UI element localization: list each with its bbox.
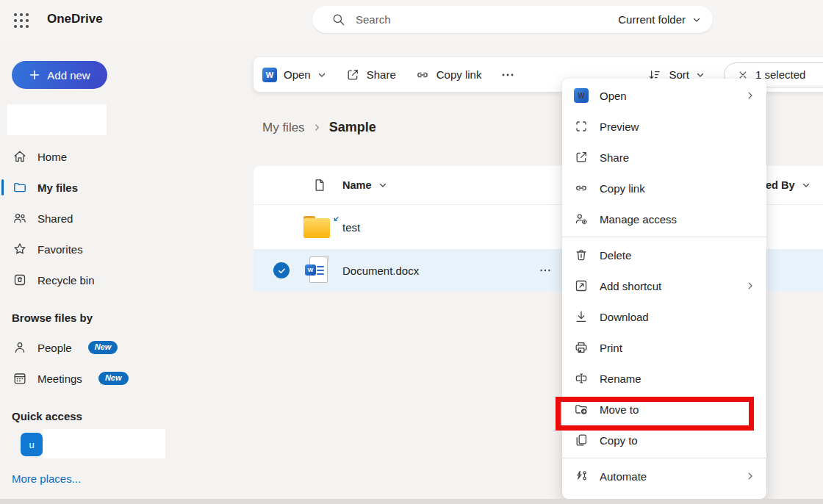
people-icon — [12, 211, 27, 226]
menu-item-label: Download — [600, 311, 649, 323]
share-label: Share — [367, 68, 396, 81]
word-icon: W — [574, 88, 589, 103]
sidebar-item-label: My files — [37, 181, 78, 194]
menu-item-label: Copy to — [600, 434, 638, 447]
file-name: test — [342, 221, 360, 234]
sidebar-item-people[interactable]: People New — [0, 332, 242, 363]
add-new-button[interactable]: Add new — [12, 61, 107, 89]
sidebar-item-my-files[interactable]: My files — [0, 172, 242, 203]
context-menu: W Open Preview Share Copy link — [562, 79, 766, 499]
copy-to-icon — [574, 433, 589, 447]
ellipsis-icon — [500, 68, 515, 82]
search-scope-dropdown[interactable]: Current folder — [618, 13, 701, 26]
chevron-right-icon — [746, 472, 755, 480]
column-partial-label: ed By — [766, 179, 795, 191]
browse-by-list: People New Meetings New — [0, 332, 242, 394]
menu-item-delete[interactable]: Delete — [562, 240, 766, 270]
calendar-icon — [12, 371, 27, 386]
open-button[interactable]: W Open — [262, 68, 326, 82]
quick-access-site-tile[interactable]: u — [21, 433, 43, 456]
breadcrumb-current: Sample — [329, 120, 376, 135]
chevron-right-icon — [746, 91, 755, 100]
chevron-down-icon — [378, 181, 387, 190]
star-icon — [12, 242, 27, 256]
folder-icon — [12, 180, 27, 195]
menu-item-label: Rename — [600, 372, 641, 385]
copy-link-button[interactable]: Copy link — [415, 68, 482, 82]
rename-icon — [574, 371, 589, 386]
onedrive-window: OneDrive Search Current folder Add new H… — [0, 0, 823, 504]
file-name: Document.docx — [342, 264, 419, 277]
home-icon — [12, 149, 27, 164]
menu-item-label: Print — [600, 342, 622, 354]
breadcrumb-parent[interactable]: My files — [262, 120, 305, 135]
recycle-bin-icon — [12, 273, 27, 287]
menu-item-label: Share — [600, 151, 629, 164]
search-placeholder: Search — [356, 13, 391, 26]
chevron-right-icon — [746, 281, 755, 290]
word-document-icon: W — [306, 256, 328, 284]
menu-item-preview[interactable]: Preview — [562, 111, 766, 142]
sidebar-item-label: Meetings — [37, 372, 82, 385]
sidebar-nav: Home My files Shared Favorites — [0, 141, 242, 295]
app-launcher-icon[interactable] — [12, 12, 30, 29]
sidebar-item-meetings[interactable]: Meetings New — [0, 363, 242, 394]
menu-item-download[interactable]: Download — [562, 301, 766, 332]
quick-access-header: Quick access — [12, 410, 82, 422]
menu-item-automate[interactable]: Automate — [562, 461, 766, 492]
share-button[interactable]: Share — [345, 68, 396, 82]
share-icon — [574, 150, 589, 165]
menu-item-print[interactable]: Print — [562, 332, 766, 363]
sidebar-item-shared[interactable]: Shared — [0, 203, 242, 234]
search-input[interactable]: Search Current folder — [312, 6, 713, 33]
browse-files-by-header: Browse files by — [12, 312, 93, 324]
menu-item-share[interactable]: Share — [562, 142, 766, 173]
document-type-icon — [312, 178, 327, 192]
share-icon — [345, 68, 360, 82]
trash-icon — [574, 248, 589, 262]
menu-item-open[interactable]: W Open — [562, 80, 766, 111]
link-icon — [574, 181, 589, 195]
menu-item-label: Delete — [600, 249, 631, 262]
more-places-link[interactable]: More places... — [12, 472, 81, 485]
new-item-sparkle-icon — [331, 215, 340, 224]
add-shortcut-icon — [574, 278, 589, 293]
search-icon — [331, 12, 346, 27]
folder-yellow-icon — [303, 216, 330, 238]
menu-divider — [562, 237, 766, 237]
menu-item-add-shortcut[interactable]: Add shortcut — [562, 270, 766, 301]
menu-item-manage-access[interactable]: Manage access — [562, 204, 766, 234]
breadcrumb: My files Sample — [262, 120, 376, 135]
chevron-right-icon — [313, 123, 321, 132]
chevron-down-icon — [317, 71, 326, 79]
automate-icon — [574, 469, 589, 483]
app-title: OneDrive — [47, 12, 103, 26]
copy-link-label: Copy link — [436, 68, 482, 81]
person-icon — [12, 340, 27, 355]
column-header-name[interactable]: Name — [342, 166, 387, 204]
bottom-edge — [0, 499, 823, 504]
menu-item-label: Open — [600, 90, 627, 102]
preview-icon — [574, 119, 589, 134]
link-icon — [415, 68, 430, 82]
sidebar-item-favorites[interactable]: Favorites — [0, 234, 242, 264]
sidebar-item-home[interactable]: Home — [0, 141, 242, 172]
column-header-partial[interactable]: ed By — [766, 166, 811, 204]
column-name-label: Name — [342, 179, 372, 191]
selected-check-icon[interactable] — [273, 262, 290, 278]
more-commands-button[interactable] — [500, 68, 515, 82]
row-more-actions-icon[interactable] — [539, 264, 552, 277]
menu-item-rename[interactable]: Rename — [562, 363, 766, 394]
plus-icon — [29, 69, 40, 81]
sidebar-item-recycle-bin[interactable]: Recycle bin — [0, 264, 242, 295]
word-icon: W — [262, 68, 277, 82]
print-icon — [574, 340, 589, 355]
menu-item-label: Manage access — [600, 213, 677, 226]
sidebar-item-label: Shared — [37, 212, 73, 225]
menu-item-label: Copy link — [600, 182, 645, 195]
site-initial: u — [29, 439, 34, 450]
chevron-down-icon — [696, 71, 705, 79]
menu-item-copy-link[interactable]: Copy link — [562, 173, 766, 204]
menu-item-label: Add shortcut — [600, 280, 661, 292]
menu-item-label: Automate — [600, 470, 647, 483]
